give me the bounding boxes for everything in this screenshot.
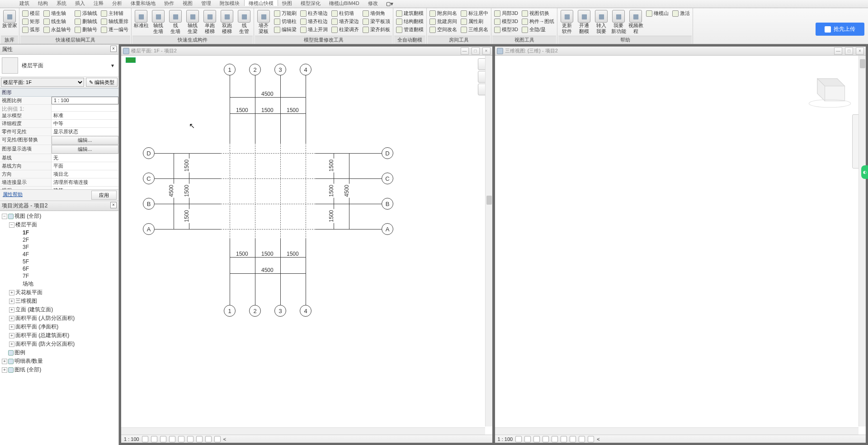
ribbon-button[interactable]: ▦我要新功能 xyxy=(610,9,627,35)
ribbon-smallbutton[interactable]: 全隐/显 xyxy=(521,26,555,33)
tab-6[interactable]: 体量和场地 xyxy=(127,0,160,6)
ribbon-smallbutton[interactable]: 模型3D xyxy=(493,26,519,33)
edit-type-button[interactable]: ✎ 编辑类型 xyxy=(86,78,118,87)
tab-2[interactable]: 系统 xyxy=(52,0,71,6)
ribbon-smallbutton[interactable]: 视图切换 xyxy=(521,9,555,17)
tree-item[interactable]: 6F xyxy=(16,265,118,272)
scrollbar-vertical[interactable] xyxy=(859,56,866,426)
ribbon-button[interactable]: ▦双跑楼梯 xyxy=(218,9,236,35)
ribbon-smallbutton[interactable]: 编辑梁 xyxy=(273,26,297,33)
property-value[interactable]: 清理所有墙连接 xyxy=(52,178,118,186)
tree-twisty-icon[interactable]: − xyxy=(2,214,7,219)
tree-item[interactable]: +面积平面 (人防分区面积) xyxy=(9,314,118,323)
ribbon-button[interactable]: ▦单跑楼梯 xyxy=(201,9,218,35)
tree-twisty-icon[interactable]: + xyxy=(9,333,14,338)
tree-twisty-icon[interactable]: + xyxy=(2,359,7,364)
property-value[interactable]: 标准 xyxy=(52,112,118,119)
tree-twisty-icon[interactable]: + xyxy=(9,290,14,295)
property-row[interactable]: 规程建筑 xyxy=(0,187,118,189)
ribbon-button[interactable]: ▦墙齐梁板 xyxy=(255,9,272,35)
status-icon[interactable] xyxy=(214,436,221,442)
side-float-button[interactable]: ◐ xyxy=(861,165,868,179)
grid-bubble[interactable]: 3 xyxy=(274,305,286,317)
property-row[interactable]: 比例值 1:100 xyxy=(0,105,118,112)
ribbon-smallbutton[interactable]: 删轴线 xyxy=(74,18,98,25)
ribbon-smallbutton[interactable]: 橄榄山 xyxy=(645,9,670,17)
ribbon-smallbutton[interactable]: 主转辅 xyxy=(100,9,129,17)
properties-help-link[interactable]: 属性帮助 xyxy=(0,190,25,201)
grid-bubble[interactable]: 3 xyxy=(274,64,286,75)
viewcube-icon[interactable] xyxy=(802,68,852,109)
ribbon-smallbutton[interactable]: 激活 xyxy=(671,9,691,17)
property-value[interactable]: 无 xyxy=(52,154,118,162)
ribbon-button[interactable]: ▦开通翻模 xyxy=(576,9,593,35)
status-icon[interactable] xyxy=(588,436,594,442)
property-row[interactable]: 图形显示选项编辑... xyxy=(0,145,118,154)
ribbon-smallbutton[interactable]: 管道翻模 xyxy=(395,26,425,33)
ribbon-smallbutton[interactable]: 万能刷 xyxy=(273,9,297,17)
promo-upload-button[interactable]: 抢先上传 xyxy=(816,23,864,36)
ribbon-button[interactable]: ▦族管家 xyxy=(1,9,18,29)
tree-item[interactable]: 1F xyxy=(16,229,118,236)
status-icon[interactable] xyxy=(570,436,576,442)
tree-item[interactable]: +面积平面 (净面积) xyxy=(9,323,118,331)
tab-15[interactable]: 修改 xyxy=(364,0,382,6)
tree-twisty-icon[interactable]: + xyxy=(9,342,14,347)
ribbon-smallbutton[interactable]: 墙生轴 xyxy=(42,9,72,17)
ribbon-smallbutton[interactable]: 属性刷 xyxy=(460,18,489,25)
maximize-button[interactable]: □ xyxy=(845,47,853,55)
status-icon[interactable] xyxy=(524,436,531,442)
tree-item[interactable]: 场地 xyxy=(16,280,118,288)
grid-bubble[interactable]: B xyxy=(382,198,393,210)
tree-twisty-icon[interactable]: + xyxy=(9,299,14,304)
ribbon-smallbutton[interactable]: 结构翻模 xyxy=(395,18,425,25)
ribbon-smallbutton[interactable]: 建筑翻模 xyxy=(395,9,425,17)
ribbon-button[interactable]: ▦更新软件 xyxy=(558,9,576,35)
ribbon-smallbutton[interactable]: 矩形 xyxy=(21,18,41,25)
ribbon-smallbutton[interactable]: 添轴线 xyxy=(74,9,98,17)
tab-8[interactable]: 视图 xyxy=(179,0,197,6)
close-icon[interactable]: × xyxy=(110,46,117,52)
ribbon-smallbutton[interactable]: 局部3D xyxy=(493,9,519,17)
chevron-down-icon[interactable]: ▾ xyxy=(111,62,117,69)
ribbon-smallbutton[interactable]: 柱梁调齐 xyxy=(330,26,360,33)
grid-bubble[interactable]: A xyxy=(382,223,393,235)
tab-9[interactable]: 管理 xyxy=(197,0,216,6)
ribbon-smallbutton[interactable]: 逐一编号 xyxy=(100,26,129,33)
status-icon[interactable] xyxy=(561,436,567,442)
tab-1[interactable]: 结构 xyxy=(34,0,52,6)
ribbon-smallbutton[interactable]: 楼层 xyxy=(21,9,41,17)
ribbon-smallbutton[interactable]: 删轴号 xyxy=(74,26,98,33)
tab-14[interactable]: 橄榄山BIM4D xyxy=(325,0,364,6)
tree-twisty-icon[interactable]: + xyxy=(2,367,7,373)
ribbon-smallbutton[interactable]: 切墙柱 xyxy=(273,18,297,25)
tree-twisty-icon[interactable]: + xyxy=(9,307,14,313)
ribbon-smallbutton[interactable]: 墙齐柱边 xyxy=(299,18,329,25)
property-row[interactable]: 方向项目北 xyxy=(0,170,118,178)
ribbon-smallbutton[interactable]: 墙倒角 xyxy=(362,9,391,17)
tab-7[interactable]: 协作 xyxy=(160,0,179,6)
status-icon[interactable] xyxy=(542,436,549,442)
tree-item[interactable]: 4F xyxy=(16,251,118,258)
scrollbar-horizontal[interactable] xyxy=(121,427,485,435)
property-row[interactable]: 基线无 xyxy=(0,154,118,162)
ribbon-smallbutton[interactable]: 空间改名 xyxy=(429,26,458,33)
property-row[interactable]: 墙连接显示清理所有墙连接 xyxy=(0,178,118,187)
property-value[interactable]: 编辑... xyxy=(52,136,118,145)
tree-item[interactable]: +面积平面 (总建筑面积) xyxy=(9,331,118,340)
ribbon-smallbutton[interactable]: 柱切墙 xyxy=(330,9,360,17)
property-row[interactable]: 可见性/图形替换编辑... xyxy=(0,136,118,145)
close-button[interactable]: × xyxy=(856,47,864,55)
status-icon[interactable] xyxy=(579,436,585,442)
project-browser[interactable]: −视图 (全部)−楼层平面1F2F3F4F5F6F7F场地+天花板平面+三维视图… xyxy=(0,211,118,445)
tree-twisty-icon[interactable]: + xyxy=(9,316,14,321)
tab-13[interactable]: 模型深化 xyxy=(297,0,325,6)
tree-item[interactable]: +立面 (建筑立面) xyxy=(9,305,118,314)
grid-bubble[interactable]: 1 xyxy=(224,305,236,317)
property-row[interactable]: 视图比例1 : 100 xyxy=(0,97,118,105)
tree-item[interactable]: +图纸 (全部) xyxy=(2,365,118,374)
ribbon-button[interactable]: ▦转入我要 xyxy=(593,9,610,35)
property-row[interactable]: 详细程度中等 xyxy=(0,120,118,128)
tree-item[interactable]: +天花板平面 xyxy=(9,288,118,297)
property-value[interactable]: 项目北 xyxy=(52,170,118,178)
